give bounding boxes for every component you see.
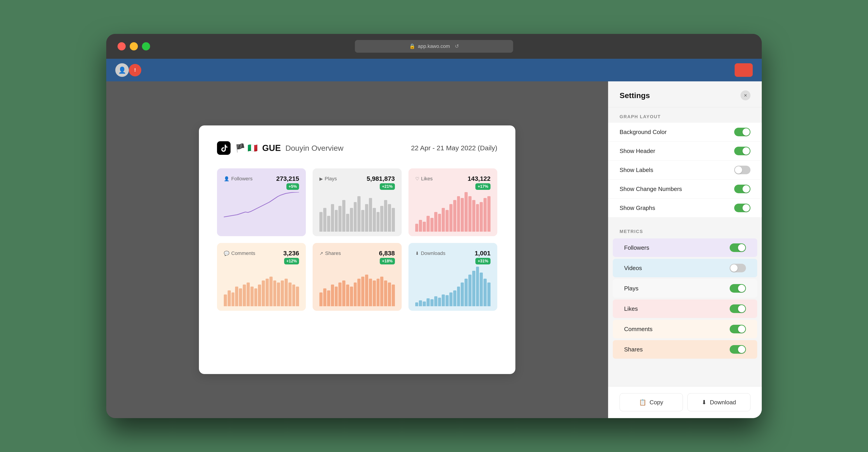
metric-card-plays: ▶ Plays 5,981,873 +21%: [313, 168, 401, 236]
dash-brand: GUE: [262, 143, 281, 153]
metric-label-downloads: ⬇ Downloads: [415, 250, 445, 256]
metric-change-downloads: +31%: [475, 258, 491, 264]
metrics-grid: 👤 Followers 273,215 +5%: [217, 168, 497, 311]
metric-header-followers: 👤 Followers 273,215: [224, 175, 299, 182]
traffic-lights: [118, 42, 150, 51]
settings-row-metric-plays: Plays: [613, 279, 757, 298]
copy-icon: 📋: [639, 399, 646, 406]
metric-change-plays: +21%: [380, 183, 395, 190]
downloads-icon: ⬇: [415, 251, 419, 256]
settings-footer: 📋 Copy ⬇ Download: [608, 386, 762, 418]
header-right-button[interactable]: [735, 63, 753, 77]
dash-title-area: 🏴 🇮🇹 GUE Douyin Overview: [217, 141, 343, 155]
settings-close-button[interactable]: ×: [741, 90, 750, 100]
metric-plays-label: Plays: [624, 285, 639, 292]
download-label: Download: [710, 399, 736, 406]
metric-label-followers: 👤 Followers: [224, 176, 252, 182]
metric-card-comments: 💬 Comments 3,236 +12%: [217, 243, 306, 311]
main-area: 🏴 🇮🇹 GUE Douyin Overview 22 Apr - 21 May…: [106, 82, 762, 418]
settings-row-metric-videos: Videos: [613, 259, 757, 277]
metric-value-plays: 5,981,873: [367, 175, 395, 182]
bar-chart-comments: [224, 267, 299, 306]
metric-value-followers: 273,215: [276, 175, 299, 182]
bar-chart-downloads: [415, 267, 491, 306]
metric-change-likes: +17%: [475, 183, 491, 190]
metric-value-likes: 143,122: [468, 175, 491, 182]
metric-value-downloads: 1,001: [475, 250, 491, 257]
show-header-toggle[interactable]: [734, 147, 750, 155]
metric-header-comments: 💬 Comments 3,236: [224, 250, 299, 257]
metric-shares-toggle[interactable]: [730, 345, 746, 354]
download-icon: ⬇: [702, 399, 707, 406]
comments-icon: 💬: [224, 251, 229, 256]
minimize-button[interactable]: [130, 42, 138, 51]
app-header: 👤 !: [106, 59, 762, 82]
metric-videos-toggle[interactable]: [730, 264, 746, 272]
lock-icon: 🔒: [409, 43, 415, 49]
bg-color-toggle[interactable]: [734, 128, 750, 136]
app-logo-area: 👤: [115, 63, 129, 77]
copy-button[interactable]: 📋 Copy: [620, 393, 683, 411]
dash-subtitle: Douyin Overview: [285, 144, 343, 153]
metric-value-comments: 3,236: [283, 250, 299, 257]
show-change-numbers-toggle[interactable]: [734, 185, 750, 193]
bar-chart-shares: [319, 267, 395, 306]
metric-comments-label: Comments: [624, 326, 653, 333]
settings-row-show-graphs: Show Graphs: [608, 199, 762, 217]
line-chart-followers: [224, 192, 299, 232]
show-change-numbers-label: Show Change Numbers: [620, 186, 682, 193]
settings-row-show-labels: Show Labels: [608, 161, 762, 179]
url-text: app.kawo.com: [418, 43, 450, 49]
settings-header: Settings ×: [608, 82, 762, 107]
show-labels-toggle[interactable]: [734, 166, 750, 174]
metric-card-likes: ♡ Likes 143,122 +17%: [408, 168, 497, 236]
metric-value-shares: 6,838: [379, 250, 395, 257]
metric-followers-toggle[interactable]: [730, 244, 746, 252]
mac-window: 🔒 app.kawo.com ↺ 👤 !: [106, 34, 762, 418]
metric-label-comments: 💬 Comments: [224, 250, 255, 256]
url-bar[interactable]: 🔒 app.kawo.com ↺: [355, 40, 513, 53]
settings-row-metric-comments: Comments: [613, 320, 757, 338]
browser-content: 👤 ! 🏴 �: [106, 59, 762, 418]
metric-card-downloads: ⬇ Downloads 1,001 +31%: [408, 243, 497, 311]
metric-header-shares: ↗ Shares 6,838: [319, 250, 395, 257]
metric-header-downloads: ⬇ Downloads 1,001: [415, 250, 491, 257]
bar-chart-plays: [319, 192, 395, 232]
metric-plays-toggle[interactable]: [730, 284, 746, 293]
maximize-button[interactable]: [142, 42, 150, 51]
tiktok-logo: [217, 141, 230, 155]
metric-card-followers: 👤 Followers 273,215 +5%: [217, 168, 306, 236]
settings-row-bg-color: Background Color: [608, 123, 762, 141]
title-bar: 🔒 app.kawo.com ↺: [106, 34, 762, 59]
dashboard-panel: 🏴 🇮🇹 GUE Douyin Overview 22 Apr - 21 May…: [106, 82, 608, 418]
metric-comments-toggle[interactable]: [730, 325, 746, 333]
metric-shares-label: Shares: [624, 346, 643, 353]
dashboard-card: 🏴 🇮🇹 GUE Douyin Overview 22 Apr - 21 May…: [199, 125, 515, 374]
metric-header-likes: ♡ Likes 143,122: [415, 175, 491, 182]
show-labels-label: Show Labels: [620, 167, 653, 173]
metric-label-shares: ↗ Shares: [319, 250, 341, 256]
settings-row-metric-followers: Followers: [613, 238, 757, 257]
bar-chart-likes: [415, 192, 491, 232]
notification-badge[interactable]: !: [129, 64, 141, 76]
followers-icon: 👤: [224, 176, 229, 182]
close-button[interactable]: [118, 42, 126, 51]
show-graphs-label: Show Graphs: [620, 204, 655, 212]
metric-likes-toggle[interactable]: [730, 304, 746, 313]
dash-header: 🏴 🇮🇹 GUE Douyin Overview 22 Apr - 21 May…: [217, 141, 497, 155]
metric-change-followers: +5%: [286, 183, 299, 190]
plays-icon: ▶: [319, 176, 323, 182]
shares-icon: ↗: [319, 251, 323, 256]
graph-layout-label: GRAPH LAYOUT: [608, 107, 762, 123]
settings-panel: Settings × GRAPH LAYOUT Background Color…: [608, 82, 762, 418]
refresh-icon[interactable]: ↺: [455, 43, 459, 49]
metric-change-shares: +18%: [380, 258, 395, 264]
show-header-label: Show Header: [620, 148, 655, 155]
metric-likes-label: Likes: [624, 305, 638, 312]
metric-videos-label: Videos: [624, 265, 642, 272]
settings-row-metric-shares: Shares: [613, 340, 757, 359]
settings-row-metric-likes: Likes: [613, 299, 757, 318]
download-button[interactable]: ⬇ Download: [687, 393, 751, 411]
settings-title: Settings: [620, 91, 650, 100]
show-graphs-toggle[interactable]: [734, 204, 750, 212]
